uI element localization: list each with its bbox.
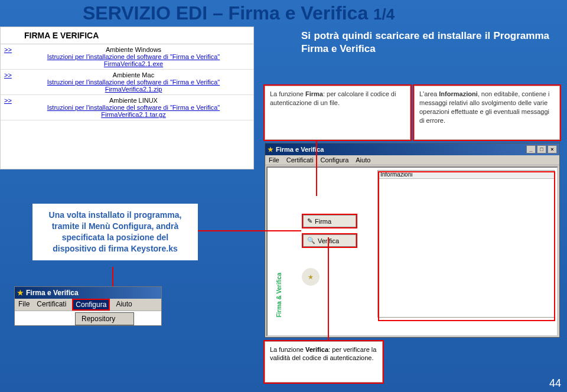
cfg-menu-certificati[interactable]: Certificati xyxy=(37,300,66,309)
callout-info-bold: Informazioni xyxy=(439,90,477,97)
app-menubar: File Certificati Configura Aiuto xyxy=(265,155,559,165)
download-arrow-link[interactable]: >> xyxy=(4,46,17,67)
info-panel-header: Informazioni xyxy=(378,171,554,179)
download-env: Ambiente Mac xyxy=(113,71,154,79)
download-env: Ambiente Windows xyxy=(106,46,161,53)
cfg-menu-file[interactable]: File xyxy=(18,300,30,309)
pencil-icon: ✎ xyxy=(307,217,312,225)
cfg-titlebar: ★ Firma e Verifica xyxy=(15,287,161,299)
star-icon: ★ xyxy=(17,289,24,297)
connector-line xyxy=(316,140,317,196)
minimize-button[interactable]: _ xyxy=(526,145,536,153)
star-icon: ★ xyxy=(268,146,273,153)
download-arrow-link[interactable]: >> xyxy=(4,71,17,93)
intro-text: Si potrà quindi scaricare ed installare … xyxy=(301,30,549,55)
menu-aiuto[interactable]: Aiuto xyxy=(356,156,370,164)
callout-firma: La funzione Firma: per calcolare il codi… xyxy=(265,86,410,140)
connector-line xyxy=(198,230,301,231)
download-header: FIRMA E VERIFICA xyxy=(1,27,253,44)
callout-verifica-bold: Verifica xyxy=(305,346,328,353)
close-button[interactable]: × xyxy=(548,145,557,153)
firma-button-label: Firma xyxy=(315,218,331,225)
verifica-button[interactable]: 🔍 Verifica xyxy=(303,234,356,247)
menu-file[interactable]: File xyxy=(269,156,279,164)
download-file-link[interactable]: FirmaVerifica2.1.exe xyxy=(17,60,250,67)
app-body: Informazioni ✎ Firma 🔍 Verifica ★ Firma … xyxy=(266,166,558,337)
slide-title: SERVIZIO EDI – Firma e Verifica 1/4 xyxy=(83,2,395,24)
callout-row: La funzione Firma: per calcolare il codi… xyxy=(265,86,560,140)
info-panel: Informazioni xyxy=(377,170,555,318)
page-number: 44 xyxy=(549,377,561,390)
download-row: >> Ambiente Windows Istruzioni per l'ins… xyxy=(1,44,253,70)
cfg-menu-configura[interactable]: Configura xyxy=(73,300,109,309)
app-titlebar: ★ Firma e Verifica _ □ × xyxy=(265,143,559,155)
cfg-title: Firma e Verifica xyxy=(26,289,79,297)
app-logo: ★ xyxy=(302,268,320,286)
download-row: >> Ambiente LINUX Istruzioni per l'insta… xyxy=(1,95,253,120)
connector-line xyxy=(328,237,329,341)
download-link[interactable]: Istruzioni per l'installazione del softw… xyxy=(17,53,250,60)
download-env: Ambiente LINUX xyxy=(109,97,158,104)
menu-configura[interactable]: Configura xyxy=(321,156,349,164)
star-icon: ★ xyxy=(308,273,314,281)
download-heading: FIRMA E VERIFICA xyxy=(24,31,99,40)
instruction-box: Una volta installato il programma, trami… xyxy=(32,204,198,260)
slide-title-fraction: 1/4 xyxy=(373,5,395,23)
magnifier-icon: 🔍 xyxy=(307,237,315,244)
download-link[interactable]: Istruzioni per l'installazione del softw… xyxy=(17,79,250,86)
vertical-brand-label: Firma & Verifica xyxy=(276,273,282,318)
callout-verifica: La funzione Verifica: per verificare la … xyxy=(265,341,383,383)
firma-button[interactable]: ✎ Firma xyxy=(303,215,356,227)
app-window: ★ Firma e Verifica _ □ × File Certificat… xyxy=(265,143,560,338)
callout-firma-bold: Firma xyxy=(305,90,323,97)
connector-line xyxy=(112,267,113,286)
download-panel: FIRMA E VERIFICA >> Ambiente Windows Ist… xyxy=(0,27,254,169)
callout-info: L'area Informazioni, non editabile, cont… xyxy=(414,86,560,140)
cfg-menu-aiuto[interactable]: Aiuto xyxy=(116,300,132,309)
cfg-dropdown-repository[interactable]: Repository xyxy=(75,312,134,325)
cfg-menubar: File Certificati Configura Aiuto xyxy=(15,299,161,311)
download-row: >> Ambiente Mac Istruzioni per l'install… xyxy=(1,70,253,95)
maximize-button[interactable]: □ xyxy=(537,145,546,153)
download-file-link[interactable]: FirmaVerifica2.1.tar.gz xyxy=(17,111,250,118)
download-file-link[interactable]: FirmaVerifica2.1.zip xyxy=(17,86,250,93)
download-arrow-link[interactable]: >> xyxy=(4,97,17,118)
menu-certificati[interactable]: Certificati xyxy=(286,156,314,164)
download-link[interactable]: Istruzioni per l'installazione del softw… xyxy=(17,104,250,111)
slide-title-main: SERVIZIO EDI – Firma e Verifica xyxy=(83,2,373,24)
config-menu-screenshot: ★ Firma e Verifica File Certificati Conf… xyxy=(14,286,162,326)
